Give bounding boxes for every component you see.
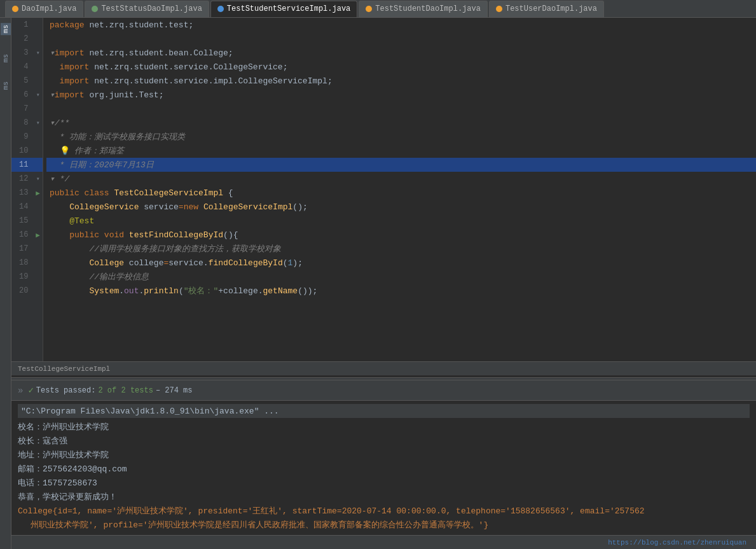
gutter-run-icon-13[interactable]: ▶	[33, 189, 43, 197]
tab-teststatusdaoimpl[interactable]: TestStatusDaoImpl.java	[85, 1, 209, 17]
gutter-icon-12[interactable]: ▾	[33, 175, 43, 183]
breadcrumb: TestCollegeServiceImpl	[18, 365, 110, 373]
line-num-12: 12	[11, 174, 33, 183]
code-line-11: * 日期：2020年7月13日	[46, 158, 756, 172]
run-panel: » ✓ Tests passed: 2 of 2 tests – 274 ms …	[11, 380, 756, 535]
keyword-import-4: import	[60, 62, 95, 72]
code-indent-15	[50, 216, 69, 226]
gutter-row-2: 2	[11, 32, 43, 46]
editor-panel: 1 2 3 ▾ 4	[11, 18, 756, 377]
breadcrumb-bar: TestCollegeServiceImpl	[11, 361, 756, 375]
op-eq-18: =	[163, 258, 168, 268]
cls-system-20: System	[89, 286, 119, 296]
gutter-row-1: 1	[11, 18, 43, 32]
line-num-10: 10	[11, 146, 33, 155]
console-text-1: 校名：泸州职业技术学院	[18, 421, 109, 433]
code-indent-10	[50, 146, 55, 156]
code-line-17: //调用学校服务接口对象的查找方法，获取学校对象	[46, 242, 756, 256]
line-num-7: 7	[11, 104, 33, 113]
code-line-19: //输出学校信息	[46, 270, 756, 284]
status-link[interactable]: https://blog.csdn.net/zhenruiquan	[608, 539, 746, 546]
console-line-3: 地址：泸州职业技术学院	[18, 448, 750, 462]
line-num-8: 8	[11, 118, 33, 127]
gutter-row-3: 3 ▾	[11, 46, 43, 60]
collapse-arrows[interactable]: »	[18, 386, 23, 396]
code-line-20: System.out.println("校名："+college.getName…	[46, 284, 756, 298]
code-line-6: ▾import org.junit.Test;	[46, 88, 756, 102]
gutter-icon-3[interactable]: ▾	[33, 49, 43, 57]
line-num-9: 9	[11, 132, 33, 141]
code-line-9: * 功能：测试学校服务接口实现类	[46, 130, 756, 144]
code-editor[interactable]: package net.zrq.student.test; ▾import ne…	[43, 18, 756, 361]
tab-bar: DaoImpl.java TestStatusDaoImpl.java Test…	[0, 0, 756, 18]
paren-20b: ());	[298, 286, 317, 296]
keyword-package: package	[50, 20, 89, 30]
line-num-14: 14	[11, 202, 33, 211]
tab-label-teststudentserviceimpl: TestStudentServiceImpl.java	[227, 4, 350, 13]
status-bar: https://blog.csdn.net/zhenruiquan	[11, 535, 756, 549]
code-indent-5	[50, 76, 60, 86]
code-line-18: College college=service.findCollegeById(…	[46, 256, 756, 270]
keyword-public-16: public	[69, 230, 104, 240]
console-text-2: 校长：寇含强	[18, 435, 67, 447]
method-getname-20: getName	[263, 286, 298, 296]
tab-icon-teststatusdaoimpl	[92, 6, 98, 12]
tab-icon-testuserdaoimpl	[496, 6, 502, 12]
gutter-run-icon-16[interactable]: ▶	[33, 231, 43, 239]
gutter-row-7: 7	[11, 102, 43, 116]
gutter-icon-6[interactable]: ▾	[33, 91, 43, 99]
paren-18: (	[283, 258, 288, 268]
tab-daoimpl[interactable]: DaoImpl.java	[5, 1, 83, 17]
gutter-row-16: 16 ▶	[11, 228, 43, 242]
brace-13: {	[228, 188, 233, 198]
code-line-4: import net.zrq.student.service.CollegeSe…	[46, 60, 756, 74]
dot-20: .	[119, 286, 124, 296]
line-num-5: 5	[11, 76, 33, 85]
gutter-row-9: 9	[11, 130, 43, 144]
line-num-18: 18	[11, 258, 33, 267]
code-comment-10a	[55, 146, 60, 156]
console-line-8: 州职业技术学院', profile='泸州职业技术学院是经四川省人民政府批准、国…	[18, 518, 750, 532]
annotation-15: @Test	[69, 216, 94, 226]
code-indent-17	[50, 244, 89, 254]
gutter-icon-8[interactable]: ▾	[33, 119, 43, 127]
sidebar-label-ms-3[interactable]: ms	[2, 81, 10, 90]
tab-label-testuserdaoimpl: TestUserDaoImpl.java	[505, 4, 597, 13]
plus-20: +college.	[218, 286, 263, 296]
code-fold-8: ▾	[50, 118, 55, 128]
num-1-18: 1	[288, 258, 293, 268]
method-findbycollege-18: findCollegeById	[209, 258, 283, 268]
gutter-row-5: 5	[11, 74, 43, 88]
code-line-5: import net.zrq.student.service.impl.Coll…	[46, 74, 756, 88]
paren-18b: );	[292, 258, 303, 268]
var-service-14: service	[144, 202, 179, 212]
dot-20b: .	[139, 286, 144, 296]
editor-area[interactable]: 1 2 3 ▾ 4	[11, 18, 756, 361]
code-line-14: CollegeService service=new CollegeServic…	[46, 200, 756, 214]
left-sidebar: ms ms ms	[0, 18, 11, 549]
code-import-5: net.zrq.student.service.impl.CollegeServ…	[94, 76, 332, 86]
code-indent-4	[50, 62, 60, 72]
keyword-import-3: import	[55, 48, 90, 58]
tab-teststudentserviceimpl[interactable]: TestStudentServiceImpl.java	[210, 1, 357, 17]
tab-testuserdaoimpl[interactable]: TestUserDaoImpl.java	[489, 1, 604, 17]
tab-label-teststatusdaoimpl: TestStatusDaoImpl.java	[101, 4, 202, 13]
tab-label-daoimpl: DaoImpl.java	[22, 4, 76, 13]
tab-teststudentdaoimpl[interactable]: TestStudentDaoImpl.java	[359, 1, 488, 17]
code-service-4: service	[174, 62, 209, 72]
gutter-row-14: 14	[11, 200, 43, 214]
tab-label-teststudentdaoimpl: TestStudentDaoImpl.java	[375, 4, 481, 13]
sidebar-label-ms-2[interactable]: ms	[2, 54, 10, 62]
line-num-6: 6	[11, 90, 33, 99]
line-num-13: 13	[11, 188, 33, 197]
paren-20: (	[179, 286, 184, 296]
console-text-7: College{id=1, name='泸州职业技术学院', president…	[18, 505, 645, 517]
classname-13: TestCollegeServiceImpl	[114, 188, 228, 198]
console-line-1: 校名：泸州职业技术学院	[18, 420, 750, 434]
code-import-3: net.zrq.student.bean.College;	[89, 48, 233, 58]
content-area: 1 2 3 ▾ 4	[11, 18, 756, 549]
console-text-8: 州职业技术学院', profile='泸州职业技术学院是经四川省人民政府批准、国…	[31, 519, 488, 531]
code-indent-14	[50, 202, 69, 212]
sidebar-label-ms-1[interactable]: ms	[1, 23, 11, 35]
type-college-18: College	[89, 258, 128, 268]
